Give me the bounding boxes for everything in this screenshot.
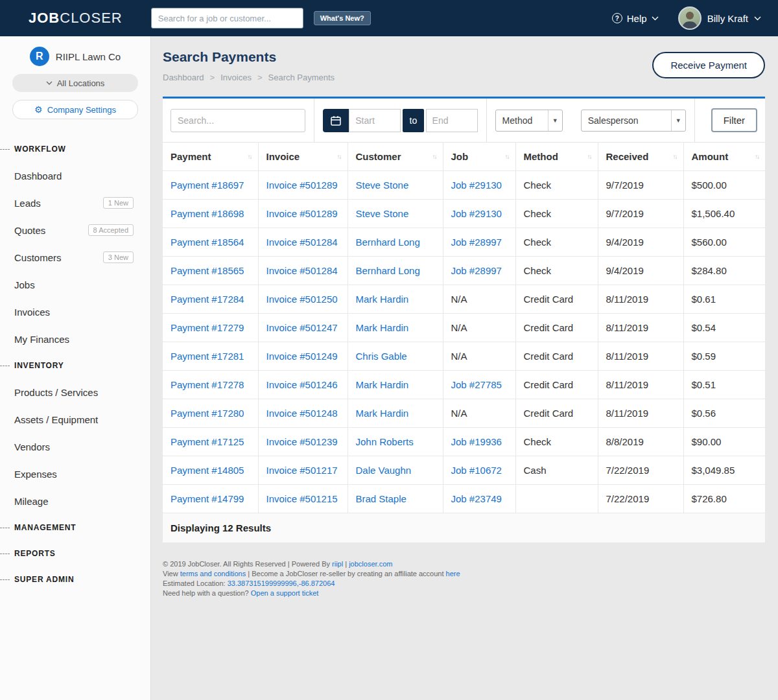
invoice-link[interactable]: Invoice #501250 <box>266 294 338 305</box>
jobcloser-link[interactable]: jobcloser.com <box>349 560 392 568</box>
column-header-amount[interactable]: Amount↑↓ <box>683 143 765 171</box>
sidebar-item-vendors[interactable]: Vendors <box>0 433 150 460</box>
job-link[interactable]: Job #27785 <box>451 379 502 390</box>
invoice-link[interactable]: Invoice #501247 <box>266 322 338 333</box>
sidebar-item-expenses[interactable]: Expenses <box>0 460 150 487</box>
cell-job: N/A <box>443 314 515 342</box>
breadcrumb-item-dashboard[interactable]: Dashboard <box>163 73 204 82</box>
payment-link[interactable]: Payment #14799 <box>171 493 244 504</box>
app-logo[interactable]: JOBCLOSER <box>29 10 123 27</box>
sort-icon[interactable]: ↑↓ <box>432 153 436 160</box>
payment-link[interactable]: Payment #17279 <box>171 322 244 333</box>
invoice-link[interactable]: Invoice #501246 <box>266 379 338 390</box>
payment-link[interactable]: Payment #17278 <box>171 379 244 390</box>
invoice-link[interactable]: Invoice #501289 <box>266 180 338 191</box>
column-header-job[interactable]: Job↑↓ <box>443 143 515 171</box>
receive-payment-button[interactable]: Receive Payment <box>652 52 765 78</box>
column-header-received[interactable]: Received↑↓ <box>598 143 683 171</box>
invoice-link[interactable]: Invoice #501239 <box>266 436 338 447</box>
sort-icon[interactable]: ↑↓ <box>673 153 677 160</box>
end-date-input[interactable] <box>426 109 478 132</box>
payment-link[interactable]: Payment #17281 <box>171 351 244 362</box>
invoice-link[interactable]: Invoice #501284 <box>266 237 338 248</box>
sidebar-item-leads[interactable]: Leads1 New <box>0 189 150 216</box>
column-header-invoice[interactable]: Invoice↑↓ <box>258 143 348 171</box>
support-ticket-link[interactable]: Open a support ticket <box>251 589 319 597</box>
customer-link[interactable]: Dale Vaughn <box>356 465 412 476</box>
payment-link[interactable]: Payment #14805 <box>171 465 244 476</box>
sidebar-item-products-services[interactable]: Products / Services <box>0 379 150 406</box>
calendar-button[interactable] <box>323 109 349 132</box>
invoice-link[interactable]: Invoice #501217 <box>266 465 338 476</box>
start-date-input[interactable] <box>349 109 401 132</box>
payment-link[interactable]: Payment #18565 <box>171 265 244 276</box>
payment-link[interactable]: Payment #17280 <box>171 408 244 419</box>
filter-button[interactable]: Filter <box>711 108 757 132</box>
customer-link[interactable]: Brad Staple <box>356 493 407 504</box>
customer-link[interactable]: Mark Hardin <box>356 322 409 333</box>
job-link[interactable]: Job #28997 <box>451 265 502 276</box>
sidebar-section-workflow[interactable]: WORKFLOW <box>0 136 150 162</box>
sidebar-item-customers[interactable]: Customers3 New <box>0 244 150 271</box>
sidebar-section-reports[interactable]: REPORTS <box>0 541 150 566</box>
column-header-payment[interactable]: Payment↑↓ <box>163 143 258 171</box>
payments-search-input[interactable] <box>171 109 305 132</box>
invoice-link[interactable]: Invoice #501284 <box>266 265 338 276</box>
sidebar-section-management[interactable]: MANAGEMENT <box>0 515 150 541</box>
job-link[interactable]: Job #29130 <box>451 180 502 191</box>
sidebar-section-super-admin[interactable]: SUPER ADMIN <box>0 566 150 592</box>
whats-new-button[interactable]: What's New? <box>314 11 371 25</box>
job-link[interactable]: Job #10672 <box>451 465 502 476</box>
job-link[interactable]: Job #19936 <box>451 436 502 447</box>
sort-icon[interactable]: ↑↓ <box>587 153 591 160</box>
sidebar-section-inventory[interactable]: INVENTORY <box>0 353 150 379</box>
sidebar-item-jobs[interactable]: Jobs <box>0 271 150 298</box>
sidebar-item-quotes[interactable]: Quotes8 Accepted <box>0 216 150 244</box>
sort-icon[interactable]: ↑↓ <box>337 153 341 160</box>
user-menu[interactable]: Billy Kraft <box>678 6 761 30</box>
sidebar-item-my-finances[interactable]: My Finances <box>0 325 150 353</box>
invoice-link[interactable]: Invoice #501248 <box>266 408 338 419</box>
customer-link[interactable]: John Roberts <box>356 436 414 447</box>
column-header-method[interactable]: Method↑↓ <box>515 143 598 171</box>
method-select[interactable]: Method ▼ <box>495 110 563 132</box>
job-link[interactable]: Job #28997 <box>451 237 502 248</box>
sidebar-item-assets-equipment[interactable]: Assets / Equipment <box>0 406 150 433</box>
amount-value: $0.61 <box>692 294 716 305</box>
payment-link[interactable]: Payment #17284 <box>171 294 244 305</box>
salesperson-select[interactable]: Salesperson ▼ <box>581 110 686 132</box>
affiliate-link[interactable]: here <box>446 570 460 578</box>
location-link[interactable]: 33.387315199999996,-86.872064 <box>228 579 335 587</box>
sidebar-item-mileage[interactable]: Mileage <box>0 487 150 515</box>
payment-link[interactable]: Payment #18698 <box>171 208 244 219</box>
customer-link[interactable]: Steve Stone <box>356 180 409 191</box>
column-header-customer[interactable]: Customer↑↓ <box>348 143 443 171</box>
customer-link[interactable]: Chris Gable <box>356 351 407 362</box>
sort-icon[interactable]: ↑↓ <box>755 153 759 160</box>
global-search-input[interactable] <box>151 8 303 29</box>
customer-link[interactable]: Mark Hardin <box>356 294 409 305</box>
help-menu[interactable]: ? Help <box>612 13 659 24</box>
company-settings-button[interactable]: ⚙ Company Settings <box>12 100 138 119</box>
job-link[interactable]: Job #23749 <box>451 493 502 504</box>
payment-link[interactable]: Payment #17125 <box>171 436 244 447</box>
breadcrumb-item-invoices[interactable]: Invoices <box>220 73 252 82</box>
invoice-link[interactable]: Invoice #501289 <box>266 208 338 219</box>
customer-link[interactable]: Mark Hardin <box>356 379 409 390</box>
sidebar-item-invoices[interactable]: Invoices <box>0 298 150 325</box>
payment-link[interactable]: Payment #18564 <box>171 237 244 248</box>
customer-link[interactable]: Steve Stone <box>356 208 409 219</box>
customer-link[interactable]: Bernhard Long <box>356 237 420 248</box>
payment-link[interactable]: Payment #18697 <box>171 180 244 191</box>
sort-icon[interactable]: ↑↓ <box>505 153 509 160</box>
locations-dropdown[interactable]: All Locations <box>12 74 138 92</box>
terms-link[interactable]: terms and conditions <box>180 570 246 578</box>
riipl-link[interactable]: riipl <box>332 560 343 568</box>
job-link[interactable]: Job #29130 <box>451 208 502 219</box>
customer-link[interactable]: Mark Hardin <box>356 408 409 419</box>
invoice-link[interactable]: Invoice #501249 <box>266 351 338 362</box>
sidebar-item-dashboard[interactable]: Dashboard <box>0 162 150 189</box>
sort-icon[interactable]: ↑↓ <box>248 153 252 160</box>
invoice-link[interactable]: Invoice #501215 <box>266 493 338 504</box>
customer-link[interactable]: Bernhard Long <box>356 265 420 276</box>
